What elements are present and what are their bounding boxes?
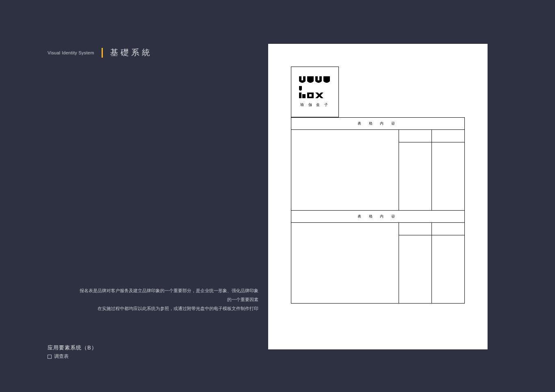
- accent-bar-icon: [102, 48, 103, 58]
- description-block: 报名表是品牌对客户服务及建立品牌印象的一个重要部分，是企业统一形象、强化品牌印象…: [76, 286, 258, 313]
- footer-sub-label: 调查表: [54, 353, 69, 360]
- svg-marker-11: [315, 93, 323, 98]
- svg-rect-4: [319, 76, 322, 80]
- form-table-1-body: [291, 130, 464, 210]
- form-table-2-header: 表 格 内 容: [291, 211, 464, 223]
- footer-sub-item: 调查表: [48, 353, 97, 360]
- svg-rect-3: [315, 76, 318, 80]
- page-header: Visual Identity System 基礎系統: [48, 47, 152, 58]
- svg-rect-0: [299, 76, 301, 80]
- table-divider-icon: [399, 142, 464, 142]
- form-table-1-header: 表 格 内 容: [291, 118, 464, 130]
- logo-chinese-text: 瑜 伽 盒 子: [300, 102, 330, 108]
- form-table-2-body: [291, 223, 464, 303]
- svg-rect-5: [323, 76, 330, 80]
- header-chinese-title: 基礎系統: [110, 47, 152, 58]
- svg-rect-2: [307, 76, 314, 80]
- svg-rect-6: [299, 86, 302, 89]
- footer-section-title: 应用要素系统（B）: [48, 344, 97, 351]
- form-tables-group: 表 格 内 容 表 格 内 容: [291, 117, 465, 304]
- table-divider-icon: [399, 235, 464, 235]
- form-table-1: 表 格 内 容: [291, 117, 465, 211]
- description-line-2: 在实施过程中都均应以此系统为参照，或通过附带光盘中的电子模板文件制作打印: [76, 304, 258, 313]
- checkbox-icon: [48, 355, 52, 359]
- form-document-mockup: 瑜 伽 盒 子 表 格 内 容 表 格 内 容: [268, 44, 488, 349]
- svg-rect-7: [299, 93, 301, 98]
- description-line-1: 报名表是品牌对客户服务及建立品牌印象的一个重要部分，是企业统一形象、强化品牌印象…: [76, 286, 258, 304]
- svg-rect-10: [309, 94, 312, 97]
- header-english-label: Visual Identity System: [48, 50, 94, 55]
- page-footer: 应用要素系统（B） 调查表: [48, 344, 97, 360]
- svg-rect-1: [303, 76, 306, 80]
- svg-rect-8: [302, 94, 306, 98]
- logo-box: 瑜 伽 盒 子: [291, 67, 339, 117]
- yoga-box-logo-icon: [299, 76, 331, 99]
- form-table-2: 表 格 内 容: [291, 211, 465, 304]
